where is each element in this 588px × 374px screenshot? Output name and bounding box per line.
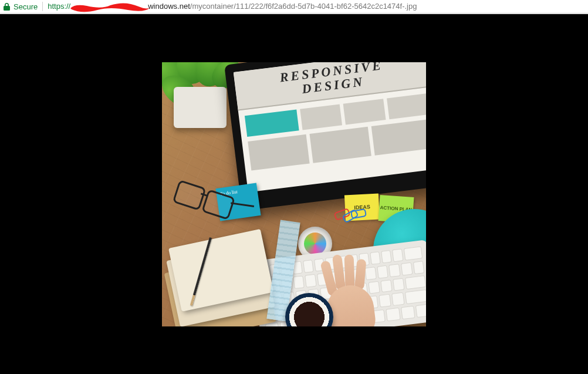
secure-label: Secure: [13, 2, 38, 11]
paper-clips: [338, 207, 367, 218]
url-path: /mycontainer/111/222/f6f2a6dd-5d7b-4041-…: [190, 2, 417, 11]
image-viewport: Responsive RESPONSIVE DESIGN IDEAS ACTIO…: [0, 14, 588, 374]
url-domain: windows.net: [148, 2, 190, 11]
displayed-image: Responsive RESPONSIVE DESIGN IDEAS ACTIO…: [162, 62, 426, 326]
monitor-screen: RESPONSIVE DESIGN: [234, 62, 426, 193]
url-text[interactable]: https://windows.net/mycontainer/111/222/…: [48, 2, 417, 11]
address-separator: [42, 2, 43, 11]
url-scheme: https://: [48, 2, 70, 11]
redacted-host: [71, 3, 147, 11]
address-bar[interactable]: Secure https://windows.net/mycontainer/1…: [0, 0, 588, 14]
lock-icon: [4, 3, 10, 11]
